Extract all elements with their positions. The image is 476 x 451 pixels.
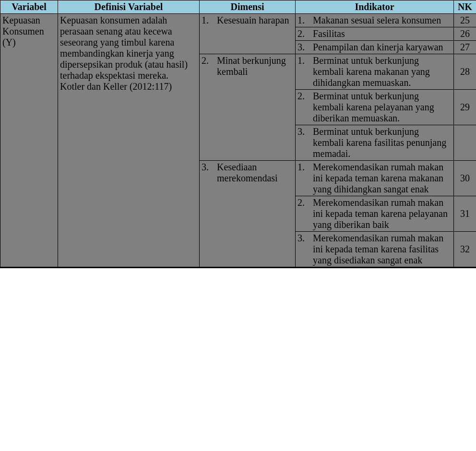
indikator-num: 3. — [298, 126, 308, 159]
indikator-num: 2. — [298, 91, 308, 124]
header-nk: NK — [454, 0, 476, 14]
dimensi-num: 1. — [202, 15, 212, 26]
indikator-num: 2. — [298, 28, 308, 39]
header-definisi: Definisi Variabel — [58, 0, 200, 14]
dimensi-text: Minat berkunjung kembali — [212, 55, 293, 77]
cell-nk: 30 — [454, 161, 476, 196]
indikator-text: Berminat untuk berkunjung kembali karena… — [308, 126, 452, 159]
header-dimensi: Dimensi — [200, 0, 296, 14]
cell-nk: 27 — [454, 41, 476, 54]
indikator-text: Makanan sesuai selera konsumen — [308, 15, 452, 26]
indikator-num: 2. — [298, 197, 308, 230]
indikator-text: Merekomendasikan rumah makan ini kepada … — [308, 197, 452, 230]
header-variabel: Variabel — [0, 0, 58, 14]
bottom-rule — [0, 268, 476, 269]
cell-variabel: Kepuasan Konsumen (Y) — [0, 14, 58, 268]
cell-definisi: Kepuasan konsumen adalah perasaan senang… — [58, 14, 200, 268]
header-indikator: Indikator — [296, 0, 454, 14]
indikator-text: Berminat untuk berkunjung kembali karena… — [308, 91, 452, 124]
definisi-text: Kepuasan konsumen adalah perasaan senang… — [60, 15, 188, 92]
cell-nk: 32 — [454, 232, 476, 268]
indikator-num: 1. — [298, 55, 308, 88]
indikator-text: Berminat untuk berkunjung kembali karena… — [308, 55, 452, 88]
cell-dimensi-2: 2. Minat berkunjung kembali — [200, 54, 296, 161]
cell-indikator: 3. Berminat untuk berkunjung kembali kar… — [296, 125, 454, 161]
operational-variable-table: Variabel Definisi Variabel Dimensi Indik… — [0, 0, 476, 268]
cell-indikator: 1. Berminat untuk berkunjung kembali kar… — [296, 54, 454, 90]
dimensi-text: Kesediaan merekomendasi — [212, 162, 293, 184]
indikator-num: 1. — [298, 162, 308, 195]
variabel-text: Kepuasan Konsumen (Y) — [2, 15, 44, 47]
cell-indikator: 2. Berminat untuk berkunjung kembali kar… — [296, 90, 454, 125]
cell-nk: 26 — [454, 27, 476, 41]
indikator-text: Merekomendasikan rumah makan ini kepada … — [308, 233, 452, 266]
indikator-num: 3. — [298, 233, 308, 266]
dimensi-num: 3. — [202, 162, 212, 184]
table-header-row: Variabel Definisi Variabel Dimensi Indik… — [0, 0, 476, 14]
cell-indikator: 1. Merekomendasikan rumah makan ini kepa… — [296, 161, 454, 196]
cell-nk: 28 — [454, 54, 476, 90]
cell-dimensi-3: 3. Kesediaan merekomendasi — [200, 161, 296, 268]
dimensi-text: Kesesuain harapan — [212, 15, 293, 26]
table-row: Kepuasan Konsumen (Y) Kepuasan konsumen … — [0, 14, 476, 27]
indikator-num: 1. — [298, 15, 308, 26]
cell-indikator: 2. Merekomendasikan rumah makan ini kepa… — [296, 196, 454, 232]
indikator-text: Penampilan dan kinerja karyawan — [308, 42, 452, 53]
cell-indikator: 1. Makanan sesuai selera konsumen — [296, 14, 454, 27]
indikator-text: Fasilitas — [308, 28, 452, 39]
cell-nk: 29 — [454, 90, 476, 125]
cell-indikator: 3. Merekomendasikan rumah makan ini kepa… — [296, 232, 454, 268]
indikator-text: Merekomendasikan rumah makan ini kepada … — [308, 162, 452, 195]
cell-nk: 31 — [454, 196, 476, 232]
cell-nk — [454, 125, 476, 161]
dimensi-num: 2. — [202, 55, 212, 77]
indikator-num: 3. — [298, 42, 308, 53]
cell-nk: 25 — [454, 14, 476, 27]
cell-dimensi-1: 1. Kesesuain harapan — [200, 14, 296, 54]
cell-indikator: 2. Fasilitas — [296, 27, 454, 41]
cell-indikator: 3. Penampilan dan kinerja karyawan — [296, 41, 454, 54]
